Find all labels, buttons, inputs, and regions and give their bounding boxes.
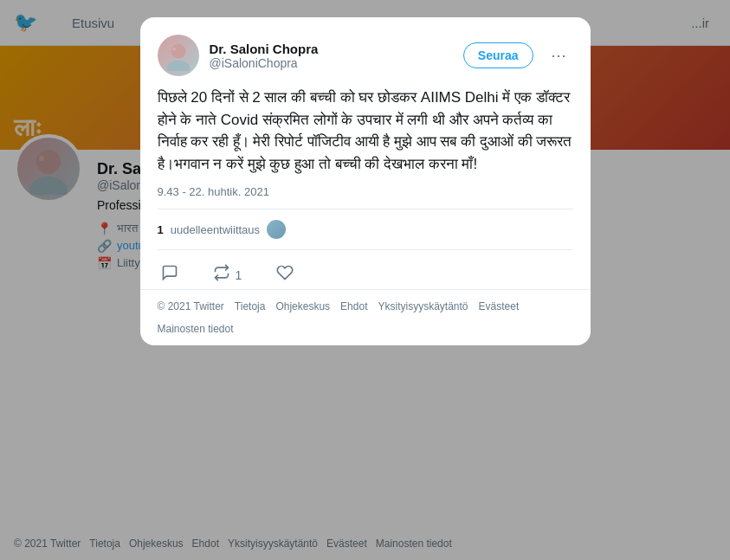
follow-button[interactable]: Seuraa bbox=[463, 42, 533, 68]
svg-point-4 bbox=[166, 60, 189, 71]
retweet-count: 1 bbox=[158, 223, 164, 236]
retweeter-avatar bbox=[267, 220, 286, 239]
modal-footer-ohjekeskus[interactable]: Ohjekeskus bbox=[275, 300, 330, 312]
retweet-label: uudelleentwiittaus bbox=[171, 223, 260, 236]
like-icon bbox=[276, 264, 294, 286]
modal-avatar bbox=[158, 35, 199, 76]
retweet-button[interactable]: 1 bbox=[210, 261, 246, 289]
modal-footer-ehdot[interactable]: Ehdot bbox=[340, 300, 367, 312]
modal-user-info: Dr. Saloni Chopra @iSaloniChopra bbox=[210, 42, 453, 70]
modal-footer-tietoja[interactable]: Tietoja bbox=[235, 300, 266, 312]
modal-footer-copyright: © 2021 Twitter bbox=[158, 300, 224, 312]
modal-footer: © 2021 Twitter Tietoja Ohjekeskus Ehdot … bbox=[140, 289, 591, 345]
modal-footer-yksityisyys[interactable]: Yksityisyyskäytäntö bbox=[378, 300, 468, 312]
modal-footer-evasteet[interactable]: Evästeet bbox=[479, 300, 520, 312]
svg-point-3 bbox=[171, 44, 185, 59]
modal-footer-mainokset[interactable]: Mainosten tiedot bbox=[158, 323, 234, 335]
retweet-action-count: 1 bbox=[236, 268, 242, 282]
retweet-icon bbox=[213, 264, 230, 286]
tweet-timestamp: 9.43 - 22. huhtik. 2021 bbox=[158, 185, 573, 209]
retweet-info: 1 uudelleentwiittaus bbox=[158, 220, 573, 250]
modal-user-handle: @iSaloniChopra bbox=[210, 56, 453, 70]
svg-point-5 bbox=[172, 48, 176, 51]
modal-user-name: Dr. Saloni Chopra bbox=[210, 42, 453, 56]
tweet-modal: Dr. Saloni Chopra @iSaloniChopra Seuraa … bbox=[140, 17, 591, 345]
tweet-actions: 1 bbox=[158, 261, 573, 289]
like-button[interactable] bbox=[273, 261, 297, 289]
more-options-icon[interactable]: ⋯ bbox=[544, 42, 573, 68]
comment-button[interactable] bbox=[158, 261, 182, 289]
tweet-content: पिछले 20 दिनों से 2 साल की बच्ची को घर छ… bbox=[158, 87, 573, 175]
comment-icon bbox=[161, 264, 178, 286]
modal-header: Dr. Saloni Chopra @iSaloniChopra Seuraa … bbox=[158, 35, 573, 76]
modal-overlay[interactable]: Dr. Saloni Chopra @iSaloniChopra Seuraa … bbox=[0, 0, 730, 560]
